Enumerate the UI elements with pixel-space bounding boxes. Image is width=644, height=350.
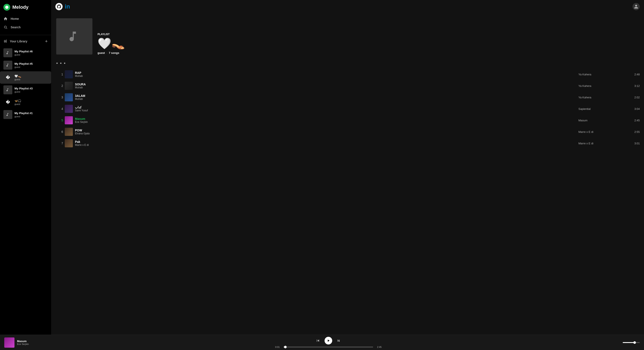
playlist-item-pl6[interactable]: My Playlist #6guest xyxy=(0,46,51,59)
playlist-item-owner: guest xyxy=(14,66,32,68)
track-thumbnail xyxy=(65,128,73,136)
track-thumbnail xyxy=(65,116,73,124)
track-number: 4 xyxy=(55,107,63,110)
playlist-item-heart-ballet[interactable]: �🤍👡guest xyxy=(0,71,51,84)
track-info: كدابSami Yusuf xyxy=(75,106,577,112)
app-name: Melody xyxy=(12,4,28,10)
track-name: 3ALAM xyxy=(75,94,577,98)
playlist-thumbnail: � xyxy=(4,73,12,82)
track-artist: Elvana Gjata xyxy=(75,132,577,135)
user-avatar-button[interactable] xyxy=(632,3,640,10)
track-artist: Marre x E di xyxy=(75,144,577,146)
main-content: in Playlist 🤍👡 guest · 7 songs xyxy=(51,0,644,335)
top-bar: in xyxy=(51,0,644,13)
track-thumbnail xyxy=(65,139,73,147)
playlist-item-pl5[interactable]: My Playlist #5guest xyxy=(0,59,51,71)
github-icon xyxy=(57,4,61,9)
track-album: Marre x E di xyxy=(578,130,621,134)
playlist-details: guest · 7 songs xyxy=(98,51,125,54)
tracks-list: 1RAPMuhabYa Kahera2:482SOURAMuhabYa Kahe… xyxy=(51,68,644,335)
track-artist: Muhab xyxy=(75,98,577,100)
playlist-song-count: 7 songs xyxy=(109,51,119,54)
player-bar: Masum Ece Seçkin 0:01 2:45 xyxy=(0,335,644,350)
play-icon xyxy=(326,339,330,342)
playlist-item-name: My Playlist #1 xyxy=(14,112,32,115)
track-name: POW xyxy=(75,128,577,132)
track-row[interactable]: 4كدابSami YusufSapiential3:04 xyxy=(54,103,642,114)
sidebar-nav: Home Search xyxy=(0,13,51,33)
sidebar-item-search[interactable]: Search xyxy=(0,23,51,32)
track-info: SOURAMuhab xyxy=(75,82,577,89)
linkedin-text[interactable]: in xyxy=(65,3,70,10)
player-controls: 0:01 2:45 xyxy=(54,337,602,348)
playlist-item-pl1[interactable]: My Playlist #1guest xyxy=(0,108,51,121)
sidebar-item-home[interactable]: Home xyxy=(0,14,51,23)
playlist-hero: Playlist 🤍👡 guest · 7 songs xyxy=(51,13,644,58)
playlist-item-owner: guest xyxy=(14,78,21,81)
track-row[interactable]: 2SOURAMuhabYa Kahera3:12 xyxy=(54,80,642,92)
playlist-item-name: My Playlist #6 xyxy=(14,50,32,53)
playlist-item-name: My Playlist #5 xyxy=(14,62,32,65)
github-icon-box[interactable] xyxy=(55,3,62,10)
track-number: 7 xyxy=(55,142,63,145)
track-number: 3 xyxy=(55,96,63,99)
track-row[interactable]: 1RAPMuhabYa Kahera2:48 xyxy=(54,68,642,80)
playlist-info: My Playlist #6guest xyxy=(14,50,32,56)
track-album: Sapiential xyxy=(578,107,621,110)
track-row[interactable]: 5MasumEce SeçkinMasum2:45 xyxy=(54,114,642,126)
previous-button[interactable] xyxy=(316,338,320,343)
sidebar-item-home-label: Home xyxy=(11,17,19,20)
track-album: Ya Kahera xyxy=(578,73,621,76)
playlist-thumbnail xyxy=(4,48,12,57)
track-album: Ya Kahera xyxy=(578,84,621,88)
track-name: كداب xyxy=(75,106,577,109)
library-add-button[interactable]: + xyxy=(45,39,48,44)
play-pause-button[interactable] xyxy=(324,337,332,344)
playlist-list: My Playlist #6guestMy Playlist #5guest�🤍… xyxy=(0,46,51,122)
sidebar-divider xyxy=(0,35,51,35)
track-artist: Muhab xyxy=(75,74,577,78)
total-time: 2:45 xyxy=(375,346,382,348)
library-header: Your Library + xyxy=(0,37,51,46)
track-duration: 2:45 xyxy=(623,119,640,122)
volume-track[interactable] xyxy=(623,342,640,343)
now-playing-track-name: Masum xyxy=(17,340,29,343)
playlist-emoji-title: 🤍👡 xyxy=(98,38,125,50)
more-options-button[interactable]: • • • xyxy=(56,60,66,66)
track-info: 3ALAMMuhab xyxy=(75,94,577,100)
playlist-item-owner: guest xyxy=(14,90,32,93)
music-note-small-icon xyxy=(6,51,10,55)
home-icon xyxy=(4,16,8,21)
track-name: Masum xyxy=(75,117,577,120)
now-playing-thumbnail xyxy=(4,338,14,348)
track-row[interactable]: 6POWElvana GjataMarre x E di2:55 xyxy=(54,126,642,138)
playlist-item-name: 🤍👡 xyxy=(14,74,21,78)
playlist-item-pl3[interactable]: My Playlist #3guest xyxy=(0,84,51,96)
track-duration: 3:04 xyxy=(623,107,640,110)
track-album: Masum xyxy=(578,119,621,122)
app-logo[interactable]: Melody xyxy=(0,0,51,13)
track-number: 5 xyxy=(55,118,63,122)
track-row[interactable]: 7PakMarre x E diMarre x E di3:01 xyxy=(54,138,642,149)
track-number: 2 xyxy=(55,84,63,88)
track-artist: Muhab xyxy=(75,86,577,89)
sidebar: Melody Home Search Your Library + M xyxy=(0,0,51,335)
next-button[interactable] xyxy=(336,338,341,343)
top-bar-left: in xyxy=(55,3,70,10)
playlist-info: My Playlist #3guest xyxy=(14,87,32,93)
progress-bar-container: 0:01 2:45 xyxy=(275,346,382,348)
playlist-item-butterfly[interactable]: �🦋🎧guest xyxy=(0,96,51,108)
playlist-thumbnail xyxy=(4,85,12,94)
progress-track[interactable] xyxy=(284,346,373,348)
actions-bar: • • • xyxy=(51,58,644,68)
track-row[interactable]: 33ALAMMuhabYa Kahera2:02 xyxy=(54,92,642,103)
volume-thumb xyxy=(633,341,636,344)
playlist-thumbnail xyxy=(4,61,12,70)
music-note-icon xyxy=(68,30,81,43)
playlist-item-name: My Playlist #3 xyxy=(14,87,32,90)
next-icon xyxy=(336,338,341,343)
search-icon xyxy=(4,25,8,30)
music-note-small-icon xyxy=(6,63,10,67)
playlist-thumbnail xyxy=(4,110,12,119)
track-duration: 2:48 xyxy=(623,73,640,76)
